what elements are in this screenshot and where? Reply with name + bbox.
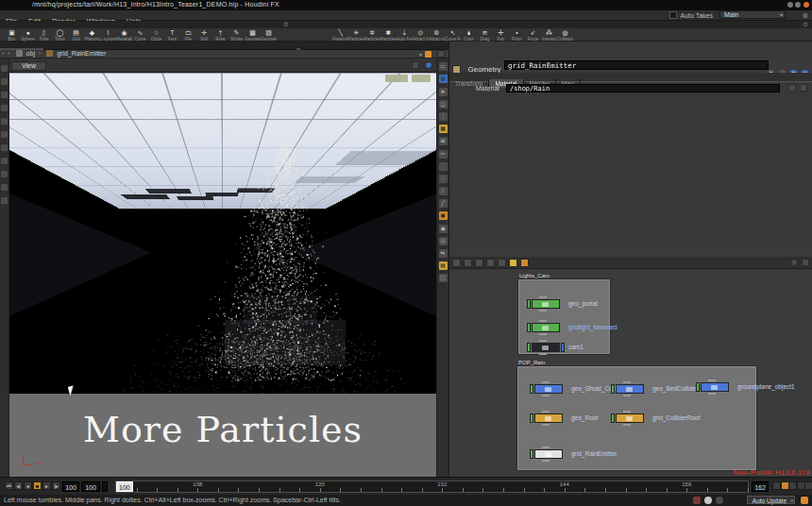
- spacer-icon[interactable]: [498, 259, 506, 267]
- shelf-gear-icon[interactable]: ⊙: [283, 21, 289, 28]
- shelf-tool[interactable]: ●Sphere: [20, 29, 36, 42]
- node-flag-icon[interactable]: [527, 299, 531, 309]
- shelf-tool[interactable]: ⇣Auto Fetch: [397, 29, 413, 42]
- shelf-tool[interactable]: ⁂Interact: [541, 29, 557, 42]
- prev-frame-button[interactable]: ◂|: [14, 481, 23, 490]
- shelf-tool[interactable]: 🗀File: [180, 29, 196, 42]
- active-tool-icon[interactable]: ▣: [439, 211, 448, 220]
- node-body-icon[interactable]: [534, 449, 563, 459]
- shelf-tool[interactable]: ◉Metaball: [116, 29, 132, 42]
- list-mode-icon[interactable]: [452, 259, 461, 267]
- visibility-icon[interactable]: ◉: [439, 225, 448, 233]
- edit-tool-icon[interactable]: [1, 144, 8, 151]
- render-region-icon[interactable]: ▢: [439, 274, 448, 282]
- scene-viewport[interactable]: More Particles: [9, 73, 436, 477]
- node-body-icon[interactable]: [616, 413, 644, 423]
- minimize-button[interactable]: [787, 2, 793, 8]
- shelf-tool[interactable]: ▣Box: [4, 29, 20, 42]
- network-box[interactable]: POP_Raingeo_Ghost_Collidergeo_BedCollide…: [517, 366, 756, 470]
- node-flag-icon[interactable]: [611, 413, 615, 423]
- range-end-field[interactable]: 162: [752, 481, 769, 492]
- net-frame-icon[interactable]: [802, 259, 809, 266]
- material-path-field[interactable]: /shop/Rain: [506, 84, 780, 93]
- layout-icon[interactable]: ⚏: [439, 62, 448, 71]
- node-shape-icon[interactable]: [464, 259, 472, 267]
- shelf-tool[interactable]: ▯Tube: [36, 29, 52, 42]
- node-name-field[interactable]: grid_RainEmitter: [504, 60, 769, 70]
- node-body-icon[interactable]: [534, 413, 563, 423]
- stop-button[interactable]: ■: [33, 481, 42, 490]
- cook-status-icon[interactable]: [716, 497, 723, 504]
- shelf-tool[interactable]: ✱Particles fr..: [381, 29, 397, 42]
- auto-takes-checkbox[interactable]: Auto Takes: [669, 11, 713, 19]
- divider-icon[interactable]: [1, 171, 8, 177]
- pen-icon[interactable]: ╱: [439, 199, 448, 208]
- node-flag-icon[interactable]: [611, 384, 615, 394]
- shelf-gear2-icon[interactable]: ⊙: [803, 21, 808, 28]
- globe-icon[interactable]: [425, 61, 432, 69]
- node-body-icon[interactable]: [532, 323, 560, 332]
- playback-options-icon[interactable]: [804, 481, 812, 490]
- shelf-tool[interactable]: ▩Geometry: [245, 29, 261, 42]
- shelf-tool[interactable]: ➶Force: [525, 29, 541, 42]
- snap-tool-icon[interactable]: [1, 131, 8, 138]
- range-start-field[interactable]: 100: [62, 481, 79, 492]
- update-mode-icon[interactable]: [425, 51, 431, 58]
- viewport-overlay-button[interactable]: [385, 75, 408, 82]
- tab-view[interactable]: View: [11, 61, 46, 71]
- takes-gear-icon[interactable]: ⚙: [803, 12, 808, 20]
- flipbook-icon[interactable]: ▤: [439, 261, 448, 270]
- current-frame-field[interactable]: 100: [81, 481, 100, 492]
- shelf-tool[interactable]: ╲Firework..: [332, 29, 348, 42]
- shelf-tool[interactable]: TFont: [164, 29, 180, 42]
- shelf-tool[interactable]: ∿Curve: [132, 29, 148, 42]
- globe-icon[interactable]: ◍: [439, 75, 448, 83]
- node-body-icon[interactable]: [532, 299, 560, 309]
- network-canvas[interactable]: Lights_Camgeo_portalgridlight_forewardca…: [449, 270, 812, 477]
- jump-start-button[interactable]: ⏮: [5, 481, 13, 490]
- shelf-tool[interactable]: ✢Fan: [493, 29, 509, 42]
- shelf-tool[interactable]: ✛Null: [196, 29, 212, 42]
- root-icon[interactable]: [16, 50, 23, 57]
- node-shape2-icon[interactable]: [475, 259, 483, 267]
- lasso-icon[interactable]: ◌: [439, 175, 448, 183]
- color-palette-icon[interactable]: [509, 259, 517, 267]
- forward-icon[interactable]: ›: [8, 50, 9, 57]
- shelf-tool[interactable]: ⊚Attract to..: [429, 29, 445, 42]
- history-icon[interactable]: [1, 184, 8, 191]
- handles-tool-icon[interactable]: [1, 158, 8, 164]
- node-flag-icon[interactable]: [527, 343, 531, 352]
- wire-style-icon[interactable]: [520, 259, 529, 267]
- scale-tool-icon[interactable]: [1, 105, 8, 111]
- view-options-icon[interactable]: [412, 61, 419, 69]
- node-body-icon[interactable]: [701, 382, 729, 392]
- shelf-tool[interactable]: ✳Particles fr..: [348, 29, 364, 42]
- shelf-tool[interactable]: ≋Drag: [477, 29, 493, 42]
- highlight-mode-icon[interactable]: ▦: [439, 125, 448, 133]
- shelf-tool[interactable]: ➴Curve Force: [445, 29, 461, 42]
- play-button[interactable]: ▸: [42, 481, 51, 490]
- node-display-flag-icon[interactable]: [561, 343, 565, 352]
- multisnap-icon[interactable]: ✂: [439, 150, 448, 159]
- node-flag-icon[interactable]: [530, 449, 533, 459]
- objects-mode-icon[interactable]: ◻: [439, 100, 448, 109]
- node-body-icon[interactable]: [534, 384, 563, 394]
- interrupt-icon[interactable]: [801, 497, 808, 504]
- select-tool-icon[interactable]: [1, 65, 8, 72]
- shelf-tool[interactable]: ✲Particles fr..: [364, 29, 381, 42]
- shelf-tool[interactable]: ⌇L-system: [100, 29, 116, 42]
- back-icon[interactable]: ‹: [2, 50, 4, 57]
- shelf-tool[interactable]: •Point: [509, 29, 525, 42]
- op-chooser-icon[interactable]: [788, 84, 796, 92]
- points-mode-icon[interactable]: ⋮: [439, 112, 448, 121]
- next-frame-button[interactable]: |▸: [52, 481, 60, 490]
- net-search-icon[interactable]: [790, 259, 798, 266]
- divider2-icon[interactable]: [439, 162, 448, 171]
- shelf-tool[interactable]: ⊙Attract fr..: [413, 29, 429, 42]
- node-body-icon[interactable]: [532, 343, 560, 352]
- range-lock-icon[interactable]: [102, 481, 108, 492]
- playhead-marker[interactable]: 100: [116, 481, 133, 492]
- shelf-tool[interactable]: ◯Torus: [52, 29, 68, 42]
- pin-icon[interactable]: [437, 50, 445, 58]
- node-flag-icon[interactable]: [527, 323, 531, 332]
